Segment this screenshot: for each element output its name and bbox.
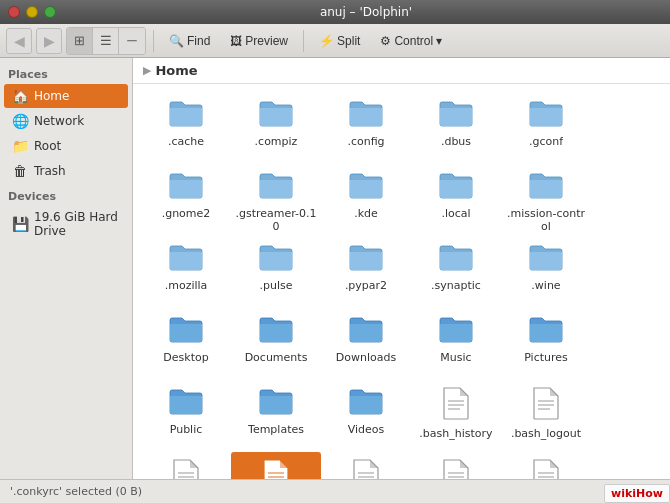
- separator2: [303, 30, 304, 52]
- file-item-compiz[interactable]: .compiz: [231, 92, 321, 164]
- file-item-templates[interactable]: Templates: [231, 380, 321, 452]
- titlebar: anuj – 'Dolphin': [0, 0, 670, 24]
- network-icon: 🌐: [12, 113, 28, 129]
- file-item-dbus[interactable]: .dbus: [411, 92, 501, 164]
- file-label-templates: Templates: [248, 423, 304, 436]
- wikihow-badge: wikiHow: [604, 484, 670, 503]
- file-item-local[interactable]: .local: [411, 164, 501, 236]
- file-item-goutputstream[interactable]: .goutputstream-JVUYWW: [501, 452, 591, 479]
- compact-view-button[interactable]: ☰: [93, 28, 119, 54]
- file-item-desktop[interactable]: Desktop: [141, 308, 231, 380]
- file-icon-documents: [258, 314, 294, 349]
- file-icon-missionctrl: [528, 170, 564, 205]
- devices-label: Devices: [0, 184, 132, 205]
- split-button[interactable]: ⚡ Split: [311, 30, 368, 52]
- sidebar: Places 🏠 Home 🌐 Network 📁 Root 🗑 Trash D…: [0, 58, 133, 479]
- file-icon-desktop: [168, 314, 204, 349]
- file-label-pulse: .pulse: [259, 279, 292, 292]
- trash-icon: 🗑: [12, 163, 28, 179]
- file-icon-bash_logout: [532, 386, 560, 425]
- control-icon: ⚙: [380, 34, 391, 48]
- file-icon-cache: [168, 98, 204, 133]
- file-label-downloads: Downloads: [336, 351, 396, 364]
- file-icon-templates: [258, 386, 294, 421]
- file-label-videos: Videos: [348, 423, 385, 436]
- sidebar-item-hdd[interactable]: 💾 19.6 GiB Hard Drive: [4, 206, 128, 242]
- file-item-mozilla[interactable]: .mozilla: [141, 236, 231, 308]
- home-icon: 🏠: [12, 88, 28, 104]
- file-item-gnome2[interactable]: .gnome2: [141, 164, 231, 236]
- sidebar-item-trash[interactable]: 🗑 Trash: [4, 159, 128, 183]
- file-item-pulse[interactable]: .pulse: [231, 236, 321, 308]
- file-icon-bash_history: [442, 386, 470, 425]
- root-icon: 📁: [12, 138, 28, 154]
- file-icon-pictures: [528, 314, 564, 349]
- file-label-pictures: Pictures: [524, 351, 568, 364]
- find-button[interactable]: 🔍 Find: [161, 30, 218, 52]
- file-label-pypar2: .pypar2: [345, 279, 387, 292]
- file-icon-music: [438, 314, 474, 349]
- toolbar: ◀ ▶ ⊞ ☰ ─ 🔍 Find 🖼 Preview ⚡ Split ⚙ Con…: [0, 24, 670, 58]
- file-icon-kde: [348, 170, 384, 205]
- file-icon-synaptic: [438, 242, 474, 277]
- file-item-cache[interactable]: .cache: [141, 92, 231, 164]
- file-item-documents[interactable]: Documents: [231, 308, 321, 380]
- file-label-desktop: Desktop: [163, 351, 208, 364]
- file-icon-conkyrc: [262, 458, 290, 479]
- statusbar: '.conkyrc' selected (0 B): [0, 479, 670, 503]
- file-icon-public: [168, 386, 204, 421]
- file-item-videos[interactable]: Videos: [321, 380, 411, 452]
- breadcrumb-arrow: ▶: [143, 64, 151, 77]
- forward-button[interactable]: ▶: [36, 28, 62, 54]
- file-label-gstreamer: .gstreamer-0.10: [235, 207, 317, 233]
- file-icon-compiz: [258, 98, 294, 133]
- file-item-conkyrc[interactable]: .conkyrc: [231, 452, 321, 479]
- sidebar-item-network[interactable]: 🌐 Network: [4, 109, 128, 133]
- separator: [153, 30, 154, 52]
- find-icon: 🔍: [169, 34, 184, 48]
- content-area: ▶ Home .cache .compiz .config .dbus .gco: [133, 58, 670, 479]
- detail-view-button[interactable]: ─: [119, 28, 145, 54]
- file-label-dbus: .dbus: [441, 135, 471, 148]
- file-item-music[interactable]: Music: [411, 308, 501, 380]
- file-item-wine[interactable]: .wine: [501, 236, 591, 308]
- breadcrumb-path: Home: [155, 63, 197, 78]
- close-button[interactable]: [8, 6, 20, 18]
- file-item-gconf[interactable]: .gconf: [501, 92, 591, 164]
- sidebar-item-root[interactable]: 📁 Root: [4, 134, 128, 158]
- view-mode-group: ⊞ ☰ ─: [66, 27, 146, 55]
- file-item-directory[interactable]: .directory: [321, 452, 411, 479]
- file-label-mozilla: .mozilla: [165, 279, 208, 292]
- back-button[interactable]: ◀: [6, 28, 32, 54]
- file-item-downloads[interactable]: Downloads: [321, 308, 411, 380]
- file-item-missionctrl[interactable]: .mission-control: [501, 164, 591, 236]
- file-item-pictures[interactable]: Pictures: [501, 308, 591, 380]
- main-area: Places 🏠 Home 🌐 Network 📁 Root 🗑 Trash D…: [0, 58, 670, 479]
- file-item-bash_logout[interactable]: .bash_logout: [501, 380, 591, 452]
- control-button[interactable]: ⚙ Control ▾: [372, 30, 450, 52]
- file-label-config: .config: [347, 135, 384, 148]
- icon-view-button[interactable]: ⊞: [67, 28, 93, 54]
- preview-button[interactable]: 🖼 Preview: [222, 30, 296, 52]
- hdd-icon: 💾: [12, 216, 28, 232]
- file-item-bash_history[interactable]: .bash_history: [411, 380, 501, 452]
- file-item-public[interactable]: Public: [141, 380, 231, 452]
- file-icon-gstreamer: [258, 170, 294, 205]
- file-icon-dbus: [438, 98, 474, 133]
- file-item-bashrc[interactable]: .bashrc: [141, 452, 231, 479]
- file-item-gstreamer[interactable]: .gstreamer-0.10: [231, 164, 321, 236]
- file-item-dmrc[interactable]: .dmrc: [411, 452, 501, 479]
- maximize-button[interactable]: [44, 6, 56, 18]
- file-label-bash_history: .bash_history: [419, 427, 492, 440]
- file-item-config[interactable]: .config: [321, 92, 411, 164]
- minimize-button[interactable]: [26, 6, 38, 18]
- sidebar-item-home[interactable]: 🏠 Home: [4, 84, 128, 108]
- file-label-music: Music: [440, 351, 471, 364]
- file-label-cache: .cache: [168, 135, 204, 148]
- file-icon-pulse: [258, 242, 294, 277]
- file-item-kde[interactable]: .kde: [321, 164, 411, 236]
- file-label-documents: Documents: [245, 351, 308, 364]
- file-item-synaptic[interactable]: .synaptic: [411, 236, 501, 308]
- file-item-pypar2[interactable]: .pypar2: [321, 236, 411, 308]
- file-label-gconf: .gconf: [529, 135, 563, 148]
